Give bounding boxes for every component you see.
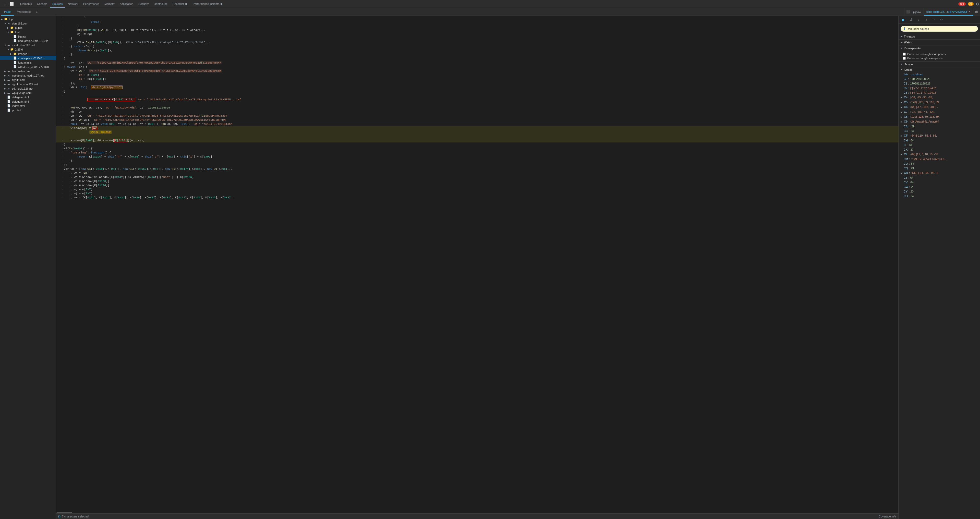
tab-memory[interactable]: Memory	[102, 0, 117, 8]
tab-workspace[interactable]: Workspace	[14, 8, 35, 16]
inspect-icon[interactable]: ⊹	[3, 2, 8, 6]
scope-var-c9[interactable]: ▶ C9 : (2) [Array(64), Array(64	[899, 119, 980, 124]
tree-item-public[interactable]: ▶ 📁 public	[0, 25, 56, 30]
breakpoints-header[interactable]: ▼ Breakpoints	[899, 45, 980, 51]
tree-label: top	[9, 18, 13, 21]
tree-item-pc[interactable]: 📄 pc.html	[0, 108, 56, 112]
tab-elements[interactable]: Elements	[18, 0, 35, 8]
colon: :	[908, 91, 909, 95]
var-name: C9	[904, 119, 907, 124]
watch-header[interactable]: ▶ Watch	[899, 40, 980, 45]
pause-caught-checkbox[interactable]	[903, 57, 906, 60]
pause-uncaught-label: Pause on uncaught exceptions	[907, 53, 945, 56]
scope-var-c7[interactable]: ▶ C7 : [-33, -102, 44, -122,	[899, 110, 980, 115]
settings-button[interactable]: ⚙	[976, 2, 979, 6]
tree-item-dun163[interactable]: ▼ ☁ dun.163.com	[0, 21, 56, 25]
threads-header[interactable]: ▶ Threads	[899, 34, 980, 39]
var-name: CD	[904, 194, 908, 198]
scrollbar-thumb[interactable]	[57, 512, 72, 513]
file-icon: 📄	[7, 104, 11, 107]
tab-security[interactable]: Security	[136, 0, 151, 8]
tab-sources[interactable]: Sources	[50, 0, 65, 8]
var-value: 64	[910, 176, 913, 180]
tab-performance[interactable]: Performance	[81, 0, 102, 8]
var-name: C6	[904, 105, 907, 109]
line-number: -	[56, 45, 64, 48]
line-number: -	[56, 73, 64, 77]
pause-uncaught-checkbox[interactable]	[903, 53, 906, 56]
format-icon[interactable]: {}	[58, 514, 60, 518]
info-icon: ℹ	[904, 27, 905, 31]
toggle-panel-icon[interactable]: ⊞	[974, 10, 979, 14]
scope-var-cl[interactable]: ▶ CL : (64) [11, 6, 18, 10, -32	[899, 152, 980, 157]
tree-item-jigsaw[interactable]: 📄 jigsaw	[0, 34, 56, 38]
scope-var-cv: CV : 64	[899, 180, 980, 185]
colon: :	[908, 95, 909, 99]
selection-info: {} 7 characters selected	[58, 514, 89, 518]
tree-item-wm300[interactable]: 📄 wm.3.0.0_33d41777.min	[0, 65, 56, 69]
more-tabs-button[interactable]: »	[35, 10, 39, 14]
tab-recorder[interactable]: Recorder ⏺	[170, 0, 190, 8]
scope-var-cr[interactable]: ▶ CR : (132) [-34, -95, -95, -6	[899, 170, 980, 175]
code-line: Ck[TR(0x31b)](w3(CR, Cj, Cg)), Ck = Arra…	[64, 28, 898, 32]
table-row: - , wj = m[0x7]	[56, 191, 898, 196]
scope-header[interactable]: ▼ Scope	[899, 62, 980, 67]
tree-arrow: ▶	[4, 87, 7, 90]
step-over-button[interactable]: ↺	[908, 17, 914, 22]
tree-item-index[interactable]: 📄 index.html	[0, 103, 56, 108]
tree-item-225[interactable]: ▼ 📁 2.25.0	[0, 47, 56, 52]
tree-item-hmbaidu[interactable]: ▶ ☁ hm.baidu.com	[0, 69, 56, 73]
horizontal-scrollbar[interactable]	[56, 511, 898, 513]
tree-item-delegate2[interactable]: 📄 delegate.html	[0, 99, 56, 103]
tree-item-neguardian[interactable]: 📄 neguardian.umd.1.0.0.js	[0, 38, 56, 43]
tree-item-necaptcha[interactable]: ▶ ☁ necaptcha.nosdn.127.net	[0, 73, 56, 78]
debugger-panel: ▶ ↺ ↓ ↑ → ↩ ℹ Debugger paused ▶ Threads …	[898, 16, 980, 519]
file-icon: 📄	[7, 100, 11, 103]
code-line: , wp = !wT()	[64, 171, 898, 175]
tree-arrow: ▶	[4, 83, 7, 86]
line-number: -	[56, 191, 64, 196]
tree-item-qiyukf[interactable]: ▶ ☁ qiyukf.com	[0, 78, 56, 82]
device-icon[interactable]: ⬜	[9, 2, 14, 6]
tab-lighthouse[interactable]: Lighthouse	[151, 0, 170, 8]
tree-item-s6music[interactable]: ▶ ☁ s6.music.126.net	[0, 86, 56, 91]
code-line: };	[64, 159, 898, 163]
main-tab-nav: Elements Console Sources Network Perform…	[18, 0, 226, 8]
scope-var-cf[interactable]: ▶ CF : (64) [-110, -55, 5, 86,	[899, 133, 980, 138]
scope-var-c5[interactable]: ▶ C5 : (128) [123, 39, 118, 39,	[899, 100, 980, 105]
deactivate-button[interactable]: ↩	[939, 17, 945, 22]
scope-var-c6[interactable]: ▶ C6 : (64) [-17, -107, -106, -	[899, 105, 980, 110]
file-tab-jigsaw[interactable]: jigsaw	[910, 8, 924, 16]
file-tab-close-icon[interactable]: ✕	[969, 10, 970, 13]
tab-performance-insights[interactable]: Performance insights ⏺	[190, 0, 225, 8]
tab-application[interactable]: Application	[117, 0, 136, 8]
resume-button[interactable]: ▶	[900, 17, 906, 22]
var-value: 1705811168625	[910, 81, 931, 86]
tree-item-qiyukf-nosdn[interactable]: ▶ ☁ qiyukf.nosdn.127.net	[0, 82, 56, 86]
tree-item-load-min[interactable]: 📄 load.min.js	[0, 60, 56, 65]
step-button[interactable]: →	[931, 17, 937, 22]
tree-item-images[interactable]: ▶ 📁 images	[0, 52, 56, 56]
table-row: - } catch (CX) {	[56, 65, 898, 69]
threads-arrow-icon: ▶	[900, 35, 902, 38]
tree-item-cstaticdun[interactable]: ▼ ☁ cstaticdun.126.net	[0, 43, 56, 47]
tab-network[interactable]: Network	[65, 0, 81, 8]
scope-var-c8[interactable]: ▶ C8 : (101) [123, 39, 118, 39,	[899, 115, 980, 119]
code-scroll-area[interactable]: - } - break; - } -	[56, 16, 898, 511]
toggle-sidebar-icon[interactable]: ⬛	[905, 10, 910, 14]
tree-item-trial[interactable]: ▼ 📁 trial	[0, 30, 56, 34]
tab-console[interactable]: Console	[35, 0, 50, 8]
tree-item-top[interactable]: ▶ 📁 top	[0, 17, 56, 21]
tree-item-core-optimi[interactable]: 📄 core-optimi.v2.25.0.n.	[0, 56, 56, 60]
var-value: (101) [123, 39, 118, 39,	[910, 115, 939, 119]
step-into-button[interactable]: ↓	[916, 17, 921, 22]
local-scope-header[interactable]: ▼ Local	[899, 67, 980, 72]
tree-item-delegate1[interactable]: 📄 delegate.html	[0, 95, 56, 99]
warn-badge[interactable]: 21	[968, 2, 974, 6]
step-out-button[interactable]: ↑	[924, 17, 929, 22]
error-badge[interactable]: ✕ 1	[958, 2, 966, 6]
file-tab-core-optimi[interactable]: core-optimi.v2....n.js?v=2838683 ✕	[924, 8, 974, 16]
scope-var-c4[interactable]: ▶ C4 : [-34, -95, -95, -65,	[899, 95, 980, 100]
tree-item-wpqiye[interactable]: ▶ ☁ wp.qiye.qq.com	[0, 91, 56, 95]
tab-page[interactable]: Page	[1, 8, 14, 16]
